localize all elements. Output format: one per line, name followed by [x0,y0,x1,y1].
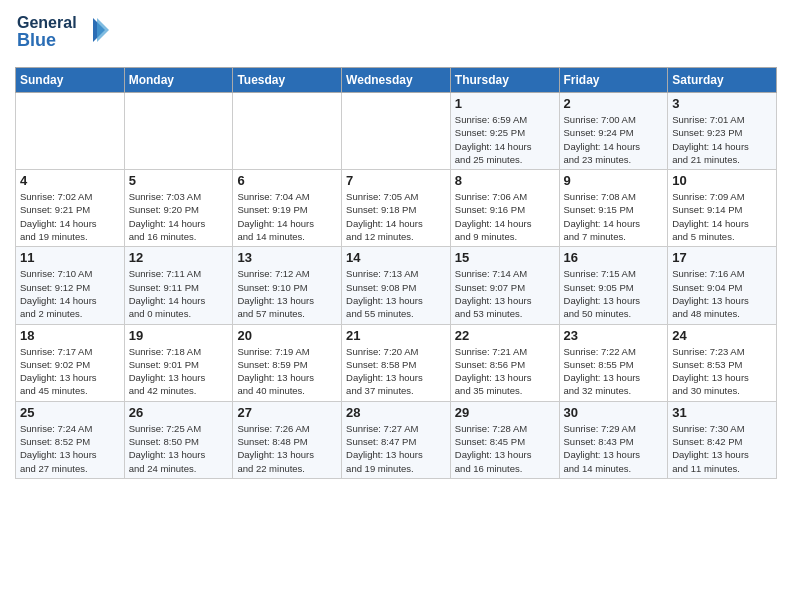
day-number: 17 [672,250,772,265]
day-number: 15 [455,250,555,265]
day-info: Sunrise: 7:28 AMSunset: 8:45 PMDaylight:… [455,422,555,475]
day-number: 22 [455,328,555,343]
day-info: Sunrise: 7:05 AMSunset: 9:18 PMDaylight:… [346,190,446,243]
calendar-body: 1Sunrise: 6:59 AMSunset: 9:25 PMDaylight… [16,93,777,479]
day-info: Sunrise: 7:23 AMSunset: 8:53 PMDaylight:… [672,345,772,398]
day-cell: 8Sunrise: 7:06 AMSunset: 9:16 PMDaylight… [450,170,559,247]
day-number: 9 [564,173,664,188]
day-cell [233,93,342,170]
day-info: Sunrise: 7:13 AMSunset: 9:08 PMDaylight:… [346,267,446,320]
week-row-3: 11Sunrise: 7:10 AMSunset: 9:12 PMDayligh… [16,247,777,324]
weekday-row: SundayMondayTuesdayWednesdayThursdayFrid… [16,68,777,93]
logo-area: General Blue [15,10,125,59]
day-info: Sunrise: 7:27 AMSunset: 8:47 PMDaylight:… [346,422,446,475]
week-row-2: 4Sunrise: 7:02 AMSunset: 9:21 PMDaylight… [16,170,777,247]
day-number: 8 [455,173,555,188]
day-number: 7 [346,173,446,188]
day-info: Sunrise: 7:20 AMSunset: 8:58 PMDaylight:… [346,345,446,398]
day-cell: 14Sunrise: 7:13 AMSunset: 9:08 PMDayligh… [342,247,451,324]
calendar-table: SundayMondayTuesdayWednesdayThursdayFrid… [15,67,777,479]
day-info: Sunrise: 7:02 AMSunset: 9:21 PMDaylight:… [20,190,120,243]
day-cell: 18Sunrise: 7:17 AMSunset: 9:02 PMDayligh… [16,324,125,401]
day-cell: 29Sunrise: 7:28 AMSunset: 8:45 PMDayligh… [450,401,559,478]
day-number: 16 [564,250,664,265]
day-cell: 7Sunrise: 7:05 AMSunset: 9:18 PMDaylight… [342,170,451,247]
day-info: Sunrise: 7:15 AMSunset: 9:05 PMDaylight:… [564,267,664,320]
day-info: Sunrise: 7:26 AMSunset: 8:48 PMDaylight:… [237,422,337,475]
day-cell: 9Sunrise: 7:08 AMSunset: 9:15 PMDaylight… [559,170,668,247]
day-number: 28 [346,405,446,420]
day-number: 24 [672,328,772,343]
day-cell: 5Sunrise: 7:03 AMSunset: 9:20 PMDaylight… [124,170,233,247]
day-number: 25 [20,405,120,420]
day-info: Sunrise: 7:08 AMSunset: 9:15 PMDaylight:… [564,190,664,243]
day-number: 2 [564,96,664,111]
day-number: 3 [672,96,772,111]
day-cell: 3Sunrise: 7:01 AMSunset: 9:23 PMDaylight… [668,93,777,170]
logo: General Blue [15,10,125,59]
day-info: Sunrise: 7:17 AMSunset: 9:02 PMDaylight:… [20,345,120,398]
day-number: 27 [237,405,337,420]
svg-text:Blue: Blue [17,30,56,50]
day-info: Sunrise: 7:14 AMSunset: 9:07 PMDaylight:… [455,267,555,320]
day-number: 30 [564,405,664,420]
day-info: Sunrise: 7:29 AMSunset: 8:43 PMDaylight:… [564,422,664,475]
day-cell: 21Sunrise: 7:20 AMSunset: 8:58 PMDayligh… [342,324,451,401]
day-cell: 20Sunrise: 7:19 AMSunset: 8:59 PMDayligh… [233,324,342,401]
day-info: Sunrise: 7:06 AMSunset: 9:16 PMDaylight:… [455,190,555,243]
day-info: Sunrise: 7:12 AMSunset: 9:10 PMDaylight:… [237,267,337,320]
day-cell: 16Sunrise: 7:15 AMSunset: 9:05 PMDayligh… [559,247,668,324]
day-info: Sunrise: 7:18 AMSunset: 9:01 PMDaylight:… [129,345,229,398]
day-cell: 31Sunrise: 7:30 AMSunset: 8:42 PMDayligh… [668,401,777,478]
header: General Blue [15,10,777,59]
day-info: Sunrise: 7:16 AMSunset: 9:04 PMDaylight:… [672,267,772,320]
day-cell: 15Sunrise: 7:14 AMSunset: 9:07 PMDayligh… [450,247,559,324]
day-cell: 10Sunrise: 7:09 AMSunset: 9:14 PMDayligh… [668,170,777,247]
day-cell: 23Sunrise: 7:22 AMSunset: 8:55 PMDayligh… [559,324,668,401]
day-number: 6 [237,173,337,188]
day-cell: 11Sunrise: 7:10 AMSunset: 9:12 PMDayligh… [16,247,125,324]
weekday-header-saturday: Saturday [668,68,777,93]
day-cell [16,93,125,170]
day-number: 26 [129,405,229,420]
day-info: Sunrise: 7:00 AMSunset: 9:24 PMDaylight:… [564,113,664,166]
weekday-header-friday: Friday [559,68,668,93]
week-row-4: 18Sunrise: 7:17 AMSunset: 9:02 PMDayligh… [16,324,777,401]
calendar-container: General Blue SundayMondayTuesdayWednesda… [0,0,792,489]
calendar-header: SundayMondayTuesdayWednesdayThursdayFrid… [16,68,777,93]
weekday-header-monday: Monday [124,68,233,93]
day-number: 23 [564,328,664,343]
day-cell: 24Sunrise: 7:23 AMSunset: 8:53 PMDayligh… [668,324,777,401]
day-cell: 6Sunrise: 7:04 AMSunset: 9:19 PMDaylight… [233,170,342,247]
day-cell: 25Sunrise: 7:24 AMSunset: 8:52 PMDayligh… [16,401,125,478]
day-number: 10 [672,173,772,188]
day-number: 14 [346,250,446,265]
day-number: 5 [129,173,229,188]
day-info: Sunrise: 7:03 AMSunset: 9:20 PMDaylight:… [129,190,229,243]
day-number: 4 [20,173,120,188]
weekday-header-sunday: Sunday [16,68,125,93]
day-number: 31 [672,405,772,420]
day-number: 20 [237,328,337,343]
day-info: Sunrise: 7:25 AMSunset: 8:50 PMDaylight:… [129,422,229,475]
day-number: 29 [455,405,555,420]
svg-text:General: General [17,14,77,31]
weekday-header-tuesday: Tuesday [233,68,342,93]
day-info: Sunrise: 7:09 AMSunset: 9:14 PMDaylight:… [672,190,772,243]
day-cell [124,93,233,170]
day-number: 18 [20,328,120,343]
day-cell: 22Sunrise: 7:21 AMSunset: 8:56 PMDayligh… [450,324,559,401]
day-cell: 28Sunrise: 7:27 AMSunset: 8:47 PMDayligh… [342,401,451,478]
week-row-5: 25Sunrise: 7:24 AMSunset: 8:52 PMDayligh… [16,401,777,478]
day-info: Sunrise: 7:04 AMSunset: 9:19 PMDaylight:… [237,190,337,243]
day-info: Sunrise: 7:01 AMSunset: 9:23 PMDaylight:… [672,113,772,166]
day-info: Sunrise: 7:24 AMSunset: 8:52 PMDaylight:… [20,422,120,475]
svg-marker-3 [97,18,109,42]
day-info: Sunrise: 6:59 AMSunset: 9:25 PMDaylight:… [455,113,555,166]
day-info: Sunrise: 7:19 AMSunset: 8:59 PMDaylight:… [237,345,337,398]
weekday-header-thursday: Thursday [450,68,559,93]
day-info: Sunrise: 7:11 AMSunset: 9:11 PMDaylight:… [129,267,229,320]
day-cell: 13Sunrise: 7:12 AMSunset: 9:10 PMDayligh… [233,247,342,324]
weekday-header-wednesday: Wednesday [342,68,451,93]
day-cell [342,93,451,170]
